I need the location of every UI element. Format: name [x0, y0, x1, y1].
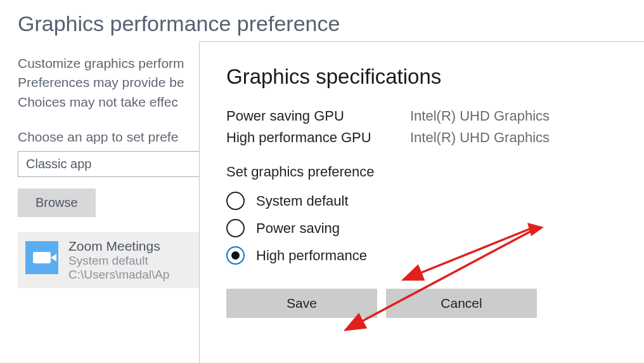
- radio-system-default[interactable]: System default: [226, 192, 617, 210]
- gpu-info-row: Power saving GPU Intel(R) UHD Graphics: [226, 105, 617, 127]
- radio-icon: [226, 192, 245, 210]
- app-info: Zoom Meetings System default C:\Users\ma…: [68, 239, 169, 282]
- gpu-info-row: High performance GPU Intel(R) UHD Graphi…: [226, 127, 617, 148]
- gpu-label: Power saving GPU: [226, 105, 410, 127]
- app-type-dropdown[interactable]: Classic app: [18, 151, 208, 177]
- dropdown-value: Classic app: [26, 157, 91, 171]
- graphics-specifications-dialog: Graphics specifications Power saving GPU…: [199, 41, 644, 363]
- app-path: C:\Users\madal\Ap: [68, 268, 169, 282]
- save-button[interactable]: Save: [226, 289, 377, 318]
- radio-icon: [226, 219, 245, 237]
- radio-label: System default: [256, 193, 349, 209]
- set-preference-heading: Set graphics preference: [226, 164, 617, 180]
- gpu-value: Intel(R) UHD Graphics: [410, 127, 550, 148]
- cancel-button[interactable]: Cancel: [386, 289, 537, 318]
- gpu-value: Intel(R) UHD Graphics: [410, 105, 550, 127]
- gpu-label: High performance GPU: [226, 127, 410, 148]
- radio-power-saving[interactable]: Power saving: [226, 219, 617, 237]
- app-list-item[interactable]: Zoom Meetings System default C:\Users\ma…: [18, 232, 214, 288]
- radio-icon-checked: [226, 246, 245, 265]
- radio-label: Power saving: [256, 220, 340, 237]
- preference-radio-group: System default Power saving High perform…: [226, 192, 617, 265]
- dialog-button-row: Save Cancel: [226, 289, 617, 318]
- zoom-icon: [25, 241, 58, 274]
- radio-high-performance[interactable]: High performance: [226, 246, 617, 265]
- radio-label: High performance: [256, 248, 367, 264]
- dialog-title: Graphics specifications: [226, 65, 617, 89]
- browse-button[interactable]: Browse: [18, 188, 96, 217]
- app-mode: System default: [68, 254, 169, 268]
- app-name: Zoom Meetings: [68, 239, 169, 254]
- page-title: Graphics performance preference: [18, 11, 626, 36]
